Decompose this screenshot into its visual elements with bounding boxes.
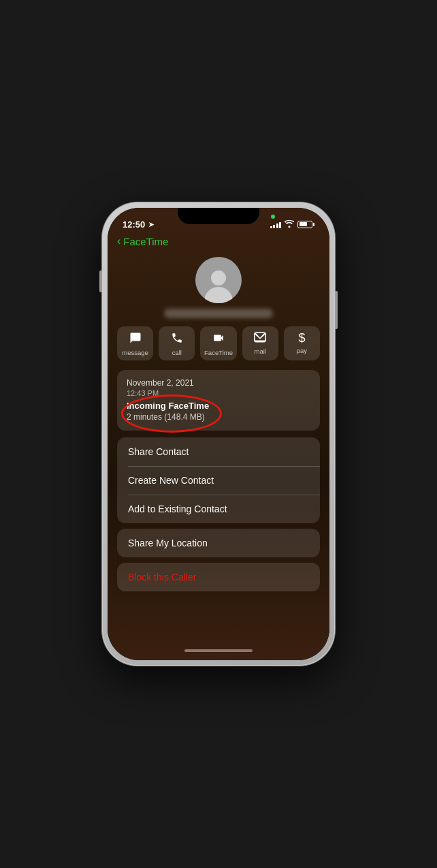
share-contact-item[interactable]: Share Contact bbox=[117, 437, 320, 466]
add-to-existing-contact-item[interactable]: Add to Existing Contact bbox=[117, 495, 320, 523]
mail-button[interactable]: mail bbox=[242, 326, 278, 360]
call-log-date: November 2, 2021 bbox=[127, 378, 310, 388]
back-chevron-icon: ‹ bbox=[117, 235, 120, 247]
contact-name-blurred bbox=[164, 309, 273, 318]
avatar bbox=[195, 257, 242, 303]
block-caller-item[interactable]: Block this Caller bbox=[117, 563, 320, 591]
message-button[interactable]: message bbox=[117, 326, 153, 360]
call-icon bbox=[171, 332, 183, 346]
screen: 12:50 ➤ bbox=[108, 208, 329, 660]
signal-bars bbox=[270, 221, 282, 228]
battery-icon bbox=[297, 221, 314, 228]
call-log-time: 12:43 PM bbox=[127, 389, 310, 397]
time-display: 12:50 bbox=[123, 219, 145, 230]
call-label: call bbox=[172, 349, 182, 356]
signal-bar-2 bbox=[273, 225, 275, 228]
call-log-duration: 2 minutes (148.4 MB) bbox=[127, 412, 209, 422]
pay-label: pay bbox=[297, 347, 307, 354]
call-log-detail: Incoming FaceTime 2 minutes (148.4 MB) bbox=[127, 400, 209, 422]
block-caller-group: Block this Caller bbox=[117, 563, 320, 591]
signal-bar-3 bbox=[276, 223, 278, 228]
back-label: FaceTime bbox=[123, 236, 168, 247]
message-label: message bbox=[122, 349, 148, 356]
avatar-head bbox=[211, 270, 226, 285]
create-new-contact-item[interactable]: Create New Contact bbox=[117, 466, 320, 495]
phone-inner: 12:50 ➤ bbox=[108, 208, 329, 660]
green-dot bbox=[271, 215, 275, 219]
home-bar bbox=[184, 649, 253, 652]
facetime-icon bbox=[212, 332, 225, 346]
wifi-icon bbox=[285, 220, 294, 229]
phone-frame: 12:50 ➤ bbox=[102, 202, 335, 666]
message-icon bbox=[129, 332, 142, 346]
mail-icon bbox=[254, 332, 266, 345]
contact-actions-group: Share Contact Create New Contact Add to … bbox=[117, 437, 320, 523]
avatar-body bbox=[204, 287, 233, 303]
back-nav[interactable]: ‹ FaceTime bbox=[117, 235, 320, 247]
pay-button[interactable]: $ pay bbox=[284, 326, 320, 360]
share-location-group: Share My Location bbox=[117, 529, 320, 557]
mail-label: mail bbox=[255, 347, 266, 355]
avatar-section bbox=[117, 257, 320, 318]
facetime-label: FaceTime bbox=[204, 349, 233, 356]
call-button[interactable]: call bbox=[159, 326, 195, 360]
home-indicator bbox=[108, 644, 329, 660]
status-time: 12:50 ➤ bbox=[123, 219, 154, 230]
signal-bar-4 bbox=[279, 222, 281, 228]
signal-bar-1 bbox=[270, 226, 272, 228]
call-log-incoming: Incoming FaceTime bbox=[127, 400, 209, 412]
pay-icon: $ bbox=[298, 332, 305, 344]
main-content: ‹ FaceTime bbox=[108, 235, 329, 660]
notch bbox=[178, 208, 259, 224]
location-arrow-icon: ➤ bbox=[148, 221, 154, 228]
action-buttons-row: message call FaceTime bbox=[117, 326, 320, 360]
call-log-card: November 2, 2021 12:43 PM Incoming FaceT… bbox=[117, 370, 320, 431]
status-icons bbox=[270, 220, 315, 229]
share-location-item[interactable]: Share My Location bbox=[117, 529, 320, 557]
avatar-silhouette bbox=[204, 270, 233, 303]
facetime-button[interactable]: FaceTime bbox=[200, 326, 236, 360]
